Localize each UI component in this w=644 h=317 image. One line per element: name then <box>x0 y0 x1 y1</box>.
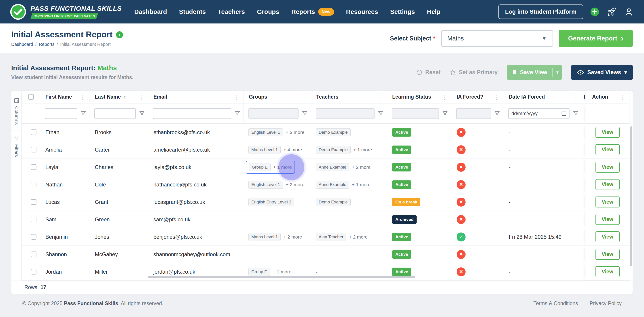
row-checkbox[interactable] <box>31 199 36 205</box>
user-icon[interactable] <box>624 6 634 17</box>
row-checkbox[interactable] <box>31 234 36 240</box>
info-icon[interactable]: i <box>116 31 123 38</box>
sort-asc-icon[interactable]: ↑ <box>124 94 126 100</box>
breadcrumb-current: Initial Assessment Report <box>60 42 111 47</box>
view-button[interactable]: View <box>596 144 620 155</box>
cell-action: View <box>585 228 630 246</box>
column-menu-icon[interactable]: ⋮ <box>571 94 580 100</box>
nav-item-help[interactable]: Help <box>427 8 440 16</box>
rocket-icon[interactable] <box>606 6 617 17</box>
column-menu-icon[interactable]: ⋮ <box>78 94 87 100</box>
tag-chip: Demo Example <box>316 128 350 136</box>
view-button[interactable]: View <box>596 127 620 138</box>
cell-last-name: Grant <box>90 193 148 210</box>
cell-first-name: Ethan <box>40 124 90 141</box>
filter-icon[interactable] <box>441 109 449 118</box>
row-checkbox[interactable] <box>31 164 36 170</box>
breadcrumb-dashboard[interactable]: Dashboard <box>11 42 33 47</box>
tab-filters[interactable]: Filters <box>14 134 20 162</box>
ia-forced-icon: × <box>456 250 466 259</box>
nav-item-groups[interactable]: Groups <box>257 8 279 16</box>
horizontal-scrollbar-thumb[interactable] <box>148 276 415 278</box>
nav-item-dashboard[interactable]: Dashboard <box>134 8 167 16</box>
column-menu-icon[interactable]: ⋮ <box>137 94 146 100</box>
cell-first-name: Jordan <box>40 263 90 280</box>
nav-links: Dashboard Students Teachers Groups Repor… <box>134 8 440 16</box>
filter-input-email[interactable] <box>153 108 231 119</box>
filter-input-groups[interactable] <box>248 108 298 119</box>
report-table-card: Columns Filters First Name⋮ Last Name↑⋮ … <box>11 90 633 294</box>
filter-icon[interactable] <box>300 109 309 118</box>
filter-icon[interactable] <box>138 109 146 118</box>
row-checkbox[interactable] <box>31 269 36 274</box>
filter-icon[interactable] <box>493 109 501 118</box>
set-as-primary-button[interactable]: Set as Primary <box>450 69 498 76</box>
cell-action: View <box>585 263 630 280</box>
view-button[interactable]: View <box>596 214 620 225</box>
nav-item-settings[interactable]: Settings <box>390 8 415 16</box>
subject-select[interactable]: Maths ▼ <box>441 30 553 47</box>
filter-input-last-name[interactable] <box>94 108 136 119</box>
tab-columns[interactable]: Columns <box>14 96 20 129</box>
login-student-platform-button[interactable]: Log into Student Platform <box>498 4 583 19</box>
chevron-down-icon[interactable]: ▾ <box>552 70 562 75</box>
filter-input-first-name[interactable] <box>45 108 77 119</box>
breadcrumb-reports[interactable]: Reports <box>39 42 54 47</box>
row-checkbox[interactable] <box>31 182 36 187</box>
page-header: Initial Assessment Report i Dashboard / … <box>0 24 644 54</box>
view-button[interactable]: View <box>596 162 620 172</box>
save-view-button[interactable]: Save View ▾ <box>507 65 562 80</box>
chevron-down-icon: ▾ <box>624 69 627 76</box>
row-checkbox[interactable] <box>31 252 36 257</box>
filter-date-input[interactable]: dd/mm/yyyy <box>508 108 570 119</box>
column-header-last-name: Last Name↑⋮ <box>90 90 148 103</box>
filter-icon[interactable] <box>233 109 242 118</box>
saved-views-button[interactable]: Saved Views ▾ <box>571 65 633 80</box>
cell-date-ia-forced: - <box>503 246 582 263</box>
filter-input-learning-status[interactable] <box>392 108 439 119</box>
cell-date-ia-forced: - <box>503 141 582 158</box>
pfs-logo[interactable]: PASS FUNCTIONAL SKILLS IMPROVING FIRST T… <box>10 4 122 20</box>
table-header-row: First Name⋮ Last Name↑⋮ Email⋮ Groups⋮ T… <box>22 90 630 104</box>
column-menu-icon[interactable]: ⋮ <box>376 94 384 100</box>
vertical-scrollbar-thumb[interactable] <box>630 126 632 266</box>
nav-item-students[interactable]: Students <box>179 8 206 16</box>
add-icon[interactable] <box>590 6 600 17</box>
nav-item-resources[interactable]: Resources <box>346 8 378 16</box>
reset-button[interactable]: Reset <box>416 69 440 76</box>
column-menu-icon[interactable]: ⋮ <box>300 94 308 100</box>
column-menu-icon[interactable]: ⋮ <box>492 94 501 100</box>
view-button[interactable]: View <box>596 232 620 242</box>
row-checkbox[interactable] <box>31 216 36 222</box>
row-checkbox[interactable] <box>31 147 36 152</box>
column-header-ia-forced: IA Forced?⋮ <box>451 90 503 103</box>
tag-chip: Alan Teacher <box>316 233 346 241</box>
rows-count-value: 17 <box>40 284 46 290</box>
footer-company-link[interactable]: Pass Functional Skills <box>64 300 118 306</box>
filter-icon[interactable] <box>79 109 88 118</box>
filter-input-teachers[interactable] <box>316 108 374 119</box>
terms-link[interactable]: Terms & Conditions <box>533 300 578 306</box>
more-count: + 1 more <box>273 269 291 274</box>
privacy-link[interactable]: Privacy Policy <box>590 300 622 306</box>
cell-date-ia-forced: - <box>503 193 582 210</box>
column-menu-icon[interactable]: ⋮ <box>232 94 241 100</box>
filter-input-ia-forced[interactable] <box>456 108 491 119</box>
nav-item-reports[interactable]: Reports New <box>291 8 334 16</box>
cell-learning-status: Active <box>387 124 451 141</box>
column-menu-icon[interactable]: ⋮ <box>618 94 627 100</box>
cell-learning-status: Active <box>387 246 451 263</box>
filter-icon[interactable] <box>571 109 580 118</box>
view-button[interactable]: View <box>596 196 620 208</box>
status-badge: On a break <box>392 198 420 206</box>
filter-icon[interactable] <box>376 109 385 118</box>
row-checkbox[interactable] <box>31 130 36 135</box>
view-button[interactable]: View <box>596 179 620 190</box>
generate-report-button[interactable]: Generate Report › <box>559 30 633 47</box>
view-button[interactable]: View <box>596 266 620 277</box>
select-all-checkbox[interactable] <box>28 94 34 100</box>
column-menu-icon[interactable]: ⋮ <box>440 94 449 100</box>
cell-teachers: - <box>311 211 387 228</box>
view-button[interactable]: View <box>596 249 620 260</box>
nav-item-teachers[interactable]: Teachers <box>218 8 245 16</box>
